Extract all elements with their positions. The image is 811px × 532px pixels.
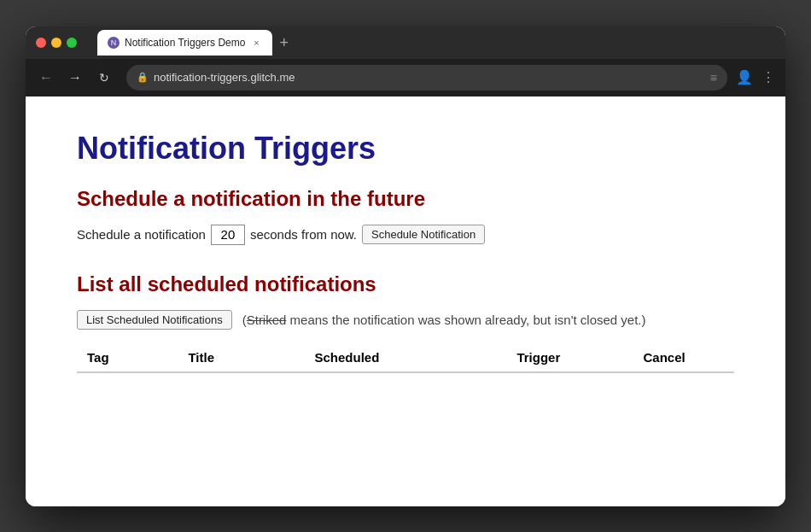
page-content: Notification Triggers Schedule a notific… xyxy=(26,96,785,506)
new-tab-button[interactable]: + xyxy=(279,35,289,50)
schedule-row: Schedule a notification seconds from now… xyxy=(77,225,734,245)
toolbar-right: 👤 ⋮ xyxy=(736,69,775,85)
maximize-button[interactable] xyxy=(67,38,77,48)
col-trigger-header: Trigger xyxy=(506,343,633,372)
col-title-header: Title xyxy=(178,343,304,372)
table-header: Tag Title Scheduled Trigger Cancel xyxy=(77,343,734,372)
profile-icon[interactable]: 👤 xyxy=(736,69,753,85)
url-bar[interactable]: 🔒 notification-triggers.glitch.me ≡ xyxy=(126,65,727,91)
address-bar: ← → ↻ 🔒 notification-triggers.glitch.me … xyxy=(26,59,785,96)
note-suffix: means the notification was shown already… xyxy=(286,313,645,327)
col-tag-header: Tag xyxy=(77,343,178,372)
striked-note: (Striked means the notification was show… xyxy=(242,313,646,327)
minimize-button[interactable] xyxy=(51,38,61,48)
schedule-text-before: Schedule a notification xyxy=(77,227,206,242)
forward-button[interactable]: → xyxy=(65,67,85,88)
active-tab[interactable]: N Notification Triggers Demo × xyxy=(97,30,272,56)
col-cancel-header: Cancel xyxy=(633,343,735,372)
schedule-text-after: seconds from now. xyxy=(250,227,357,242)
seconds-input[interactable] xyxy=(211,225,245,245)
url-text: notification-triggers.glitch.me xyxy=(154,71,295,84)
table-header-row: Tag Title Scheduled Trigger Cancel xyxy=(77,343,734,372)
close-button[interactable] xyxy=(36,38,46,48)
tab-bar: N Notification Triggers Demo × + xyxy=(97,30,768,56)
tab-favicon-icon: N xyxy=(108,37,120,49)
schedule-section-heading: Schedule a notification in the future xyxy=(77,187,734,211)
browser-window: N Notification Triggers Demo × + ← → ↻ 🔒… xyxy=(26,26,785,506)
list-row: List Scheduled Notifications (Striked me… xyxy=(77,310,734,330)
tab-title: Notification Triggers Demo xyxy=(125,37,245,49)
col-scheduled-header: Scheduled xyxy=(305,343,507,372)
titlebar: N Notification Triggers Demo × + xyxy=(26,26,785,59)
striked-word: Striked xyxy=(247,313,287,327)
favicon-letter: N xyxy=(111,38,117,47)
more-options-icon[interactable]: ⋮ xyxy=(761,69,775,85)
list-section-heading: List all scheduled notifications xyxy=(77,272,734,296)
notifications-table: Tag Title Scheduled Trigger Cancel xyxy=(77,343,734,373)
list-scheduled-notifications-button[interactable]: List Scheduled Notifications xyxy=(77,310,232,330)
reader-mode-icon[interactable]: ≡ xyxy=(710,71,717,85)
back-button[interactable]: ← xyxy=(36,67,56,88)
schedule-notification-button[interactable]: Schedule Notification xyxy=(362,225,485,244)
page-title: Notification Triggers xyxy=(77,131,734,167)
traffic-lights xyxy=(36,38,77,48)
tab-close-button[interactable]: × xyxy=(250,37,262,49)
lock-icon: 🔒 xyxy=(137,72,149,83)
reload-button[interactable]: ↻ xyxy=(94,67,114,88)
